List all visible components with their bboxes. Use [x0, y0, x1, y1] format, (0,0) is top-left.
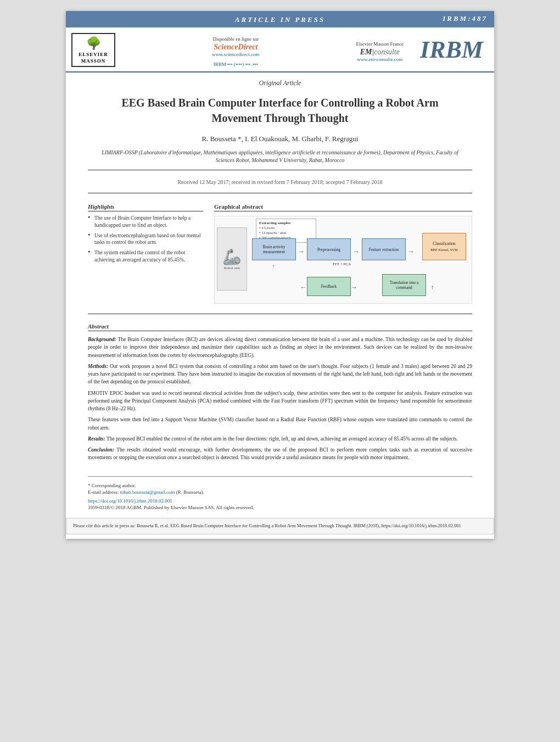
- highlights-graphical-section: Highlights The use of Brain Computer Int…: [88, 197, 472, 310]
- results-label: Results:: [88, 436, 105, 442]
- elsevier-logo: 🌳 ELSEVIER MASSON: [71, 33, 115, 67]
- arrow-5: →: [428, 284, 436, 291]
- fft-pca-label: FFT + PCA: [333, 262, 351, 266]
- highlight-item-3: The system enabled the control of the ro…: [88, 249, 203, 264]
- irbm-contact-line: IRBM ••• (••••) •••–•••: [214, 62, 258, 67]
- results-text: The proposed BCI enabled the control of …: [107, 436, 458, 442]
- abstract-methods-2: EMOTIV EPOC headset was used to record n…: [88, 389, 472, 413]
- translation-box: Translation into a command: [382, 274, 426, 296]
- abstract-background: Background: The Brain Computer Interface…: [88, 336, 472, 359]
- highlight-item-2: Use of electroencephalogram based on fou…: [88, 232, 203, 247]
- classification-label: Classification: [430, 241, 457, 246]
- abstract-conclusion: Conclusion: The results obtained would e…: [88, 446, 472, 462]
- sciencedirect-url: www.sciencedirect.com: [212, 52, 259, 57]
- arrow-3: →: [408, 248, 415, 256]
- graphical-abstract-heading: Graphical abstract: [214, 203, 472, 211]
- note-item-1: • 4 Levels: [259, 226, 313, 231]
- highlights-section: Highlights The use of Brain Computer Int…: [88, 203, 203, 304]
- classification-box: Classification RBF-Kernel, SVM: [422, 233, 466, 260]
- divider-2: [88, 193, 472, 193]
- elsevier-name1: ELSEVIER: [75, 52, 112, 57]
- arrow-1: →: [298, 248, 305, 256]
- feedback-box: Feedback: [307, 277, 351, 296]
- highlights-list: The use of Brain Computer Interface to h…: [88, 215, 203, 264]
- title-line1: EEG Based Brain Computer Interface for C…: [121, 97, 438, 109]
- irbm-logo-text: IRBM: [420, 36, 483, 63]
- article-in-press-banner: ARTICLE IN PRESS IRBM:487: [66, 11, 494, 27]
- arrow-4: →: [351, 283, 357, 292]
- robot-icon: 🦾: [222, 248, 242, 266]
- abstract-text: Background: The Brain Computer Interface…: [88, 336, 472, 462]
- feedback-label: Feedback: [321, 284, 337, 289]
- highlights-heading: Highlights: [88, 203, 203, 211]
- middle-logos: Disponible en ligne sur ScienceDirect ww…: [126, 33, 345, 67]
- divider-1: [88, 170, 472, 170]
- elsevier-name2: MASSON: [75, 58, 112, 64]
- sciencedirect-block: Disponible en ligne sur ScienceDirect ww…: [212, 33, 259, 57]
- doi-line[interactable]: https://doi.org/10.1016/j.irbm.2018.02.0…: [88, 498, 472, 504]
- graphical-abstract-section: Graphical abstract 🦾 Robot arm Extractin…: [214, 203, 472, 304]
- corresponding-label: * Corresponding author.: [88, 483, 136, 488]
- disponible-label: Disponible en ligne sur: [212, 36, 259, 42]
- background-text: The Brain Computer Interfaces (BCI) are …: [88, 337, 472, 358]
- brain-activity-label: Brain activity measurement: [254, 244, 294, 254]
- brain-activity-box: Brain activity measurement: [252, 238, 296, 260]
- dates-line: Received 12 May 2017; received in revise…: [88, 174, 472, 189]
- methods-label: Methods:: [88, 364, 108, 369]
- irbm-logo-block: IRBM: [420, 38, 483, 62]
- abstract-methods: Methods: Our work proposes a novel BCI s…: [88, 362, 472, 386]
- article-type: Original Article: [88, 72, 472, 91]
- banner-text: ARTICLE IN PRESS: [235, 15, 325, 24]
- main-content: Original Article EEG Based Brain Compute…: [66, 72, 494, 514]
- copyright-line: 1959-0318/© 2018 AGBM. Published by Else…: [88, 505, 472, 510]
- abstract-results: Results: The proposed BCI enabled the co…: [88, 435, 472, 443]
- abstract-section: Abstract Background: The Brain Computer …: [88, 317, 472, 471]
- abstract-methods-3: These features were then fed into a Supp…: [88, 416, 472, 432]
- email-link[interactable]: nihab.bousseta@gmail.com: [120, 489, 175, 495]
- citation-text: Please cite this article in press as: Bo…: [73, 523, 461, 528]
- preprocessing-box: Preprocessing: [307, 238, 351, 260]
- translation-label: Translation into a command: [384, 280, 424, 290]
- conclusion-text: The results obtained would encourage, wi…: [88, 447, 472, 460]
- logos-row: 🌳 ELSEVIER MASSON Disponible en ligne su…: [66, 27, 494, 72]
- arrow-7: ↑: [272, 263, 275, 269]
- background-label: Background:: [88, 337, 116, 342]
- email-suffix: (R. Bousseta).: [176, 489, 204, 495]
- feature-extraction-box: Feature extraction: [362, 238, 406, 260]
- conclusion-label: Conclusion:: [88, 447, 114, 453]
- abstract-heading: Abstract: [88, 323, 472, 331]
- em-url: www.em-consulte.com: [356, 57, 404, 62]
- em-consulte-logo: EM|consulte: [356, 48, 404, 57]
- robot-image: 🦾 Robot arm: [217, 227, 247, 291]
- article-page: ARTICLE IN PRESS IRBM:487 🌳 ELSEVIER MAS…: [66, 11, 494, 539]
- email-label: E-mail address:: [88, 489, 119, 495]
- affiliation-text: LIMIARF-OSSP (Laboratoire d'informatique…: [88, 147, 472, 166]
- feature-extraction-label: Feature extraction: [369, 247, 399, 252]
- authors-text: R. Bousseta *, I. El Ouakouak, M. Gharbi…: [202, 135, 359, 143]
- em-consulte-block: Elsevier Masson France EM|consulte www.e…: [356, 38, 404, 62]
- authors-line: R. Bousseta *, I. El Ouakouak, M. Gharbi…: [88, 131, 472, 147]
- sciencedirect-name: ScienceDirect: [212, 43, 259, 52]
- tree-icon: 🌳: [75, 36, 112, 51]
- flowchart-diagram: 🦾 Robot arm Extracting samples • 4 Level…: [214, 216, 472, 304]
- arrow-2: →: [353, 248, 360, 256]
- note-item-2: • 13 epochs / abel: [259, 231, 313, 236]
- rbf-svm-label: RBF-Kernel, SVM: [430, 248, 457, 252]
- divider-3: [88, 314, 472, 314]
- footnote-text: * Corresponding author. E-mail address: …: [88, 482, 472, 496]
- citation-box: Please cite this article in press as: Bo…: [66, 518, 494, 534]
- methods-text: Our work proposes a novel BCI system tha…: [88, 364, 472, 385]
- footnote-section: * Corresponding author. E-mail address: …: [88, 476, 472, 514]
- elsevier-masson-label: Elsevier Masson France: [356, 41, 404, 47]
- arrow-6: →: [300, 283, 306, 292]
- highlight-item-1: The use of Brain Computer Interface to h…: [88, 215, 203, 229]
- title-line2: Movement Through Thought: [212, 112, 349, 124]
- article-title: EEG Based Brain Computer Interface for C…: [88, 91, 472, 131]
- extract-note-title: Extracting samples: [259, 221, 313, 226]
- preprocessing-label: Preprocessing: [317, 247, 340, 252]
- article-id: IRBM:487: [443, 14, 488, 23]
